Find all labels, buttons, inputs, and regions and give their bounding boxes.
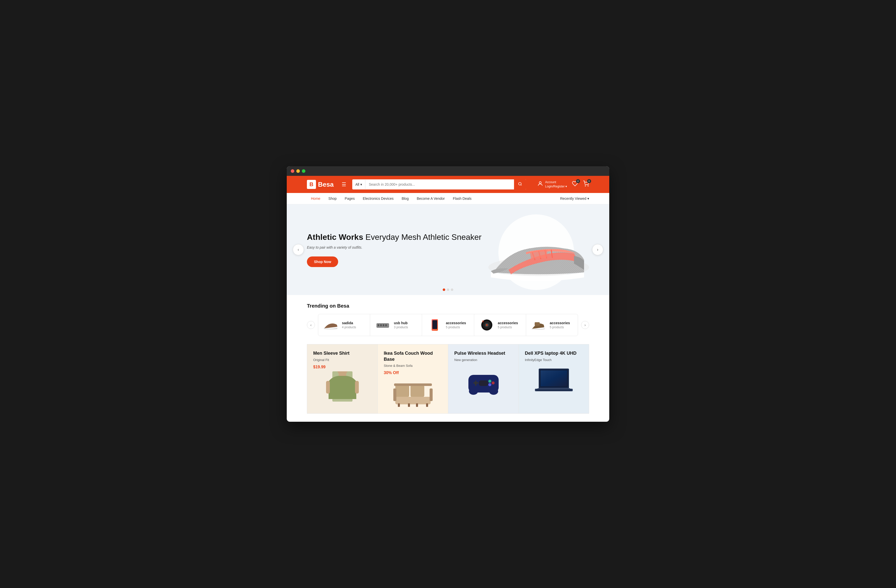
- search-input[interactable]: [365, 180, 514, 189]
- product-img-laptop: [525, 365, 583, 395]
- product-card-sofa[interactable]: Ikea Sofa Couch Wood Base Stone & Beam S…: [378, 344, 448, 414]
- trending-item-accessories-1[interactable]: accessories 5 products: [422, 314, 474, 336]
- carousel-dot-1[interactable]: [443, 288, 445, 291]
- hamburger-icon[interactable]: ☰: [342, 181, 346, 187]
- product-img-sofa: [384, 377, 442, 407]
- traffic-light-green[interactable]: [302, 169, 305, 173]
- svg-rect-12: [380, 324, 382, 326]
- trending-next-button[interactable]: ›: [581, 321, 589, 329]
- product-card-shirt[interactable]: Men Sleeve Shirt Original Fit $19.99: [307, 344, 378, 414]
- svg-rect-38: [426, 403, 428, 407]
- nav-item-electronics[interactable]: Electronics Devices: [359, 193, 398, 204]
- hero-prev-button[interactable]: ‹: [293, 244, 304, 255]
- login-register-label: Login/Register: [545, 184, 565, 189]
- product-discount-sofa: 30% Off: [384, 370, 442, 375]
- wishlist-button[interactable]: 0: [572, 181, 578, 188]
- svg-rect-47: [475, 381, 477, 386]
- svg-point-3: [585, 186, 585, 186]
- svg-rect-31: [394, 384, 432, 386]
- hero-banner: ‹ Athletic Works Everyday Mesh Athletic …: [287, 204, 609, 295]
- trending-item-accessories-3-img: [531, 319, 546, 331]
- product-card-laptop[interactable]: Dell XPS laptop 4K UHD InfinityEdge Touc…: [518, 344, 589, 414]
- product-price-shirt: $19.99: [313, 365, 372, 369]
- search-bar: All ▾: [352, 179, 526, 189]
- svg-point-0: [518, 183, 521, 185]
- search-button[interactable]: [514, 179, 526, 189]
- svg-rect-37: [416, 403, 418, 407]
- nav-item-vendor[interactable]: Become A Vendor: [413, 193, 449, 204]
- svg-rect-50: [479, 381, 488, 386]
- svg-rect-55: [536, 389, 571, 391]
- svg-rect-56: [538, 388, 570, 389]
- nav-item-flash-deals[interactable]: Flash Deals: [449, 193, 475, 204]
- svg-rect-32: [395, 397, 431, 404]
- trending-item-sadida-img: [323, 319, 338, 331]
- trending-item-sadida-count: 4 products: [342, 326, 356, 329]
- browser-chrome: [287, 166, 609, 176]
- product-img-shirt: [313, 371, 372, 402]
- nav-item-shop[interactable]: Shop: [324, 193, 341, 204]
- trending-row: ‹ sadida 4 products: [307, 314, 589, 336]
- trending-item-sadida-info: sadida 4 products: [342, 321, 356, 329]
- trending-item-usb-hub-info: usb hub 3 products: [394, 321, 408, 329]
- trending-item-usb-hub[interactable]: usb hub 3 products: [370, 314, 422, 336]
- trending-item-accessories-2[interactable]: b accessories 5 products: [474, 314, 526, 336]
- svg-text:b: b: [482, 320, 484, 323]
- logo-name: Besa: [318, 181, 334, 189]
- hero-title-rest: Everyday Mesh Athletic Sneaker: [363, 233, 482, 242]
- trending-item-accessories-1-img: [427, 319, 442, 331]
- trending-item-usb-hub-img: [375, 319, 390, 331]
- logo[interactable]: B Besa: [307, 180, 334, 189]
- trending-item-sadida[interactable]: sadida 4 products: [318, 314, 370, 336]
- svg-point-43: [492, 381, 495, 384]
- hero-brand: Athletic Works: [307, 233, 363, 242]
- logo-box: B: [307, 180, 316, 189]
- product-title-sofa: Ikea Sofa Couch Wood Base: [384, 350, 442, 362]
- hero-subtitle: Easy to pair with a variety of outfits.: [307, 245, 482, 250]
- svg-rect-33: [393, 388, 396, 401]
- hero-content: Athletic Works Everyday Mesh Athletic Sn…: [307, 232, 482, 267]
- hero-next-button[interactable]: ›: [592, 244, 603, 255]
- svg-rect-34: [430, 388, 433, 401]
- header: B Besa ☰ All ▾ Account: [287, 176, 609, 193]
- svg-rect-22: [535, 322, 540, 326]
- chevron-down-icon: ▾: [565, 184, 567, 189]
- navigation: Home Shop Pages Electronics Devices Blog…: [287, 193, 609, 204]
- chevron-down-icon: ▾: [360, 183, 362, 186]
- shop-now-button[interactable]: Shop Now: [307, 256, 338, 267]
- trending-item-accessories-2-img: b: [479, 319, 494, 331]
- cart-button[interactable]: 0: [583, 181, 589, 188]
- trending-item-accessories-2-count: 5 products: [498, 326, 518, 329]
- product-subtitle-laptop: InfinityEdge Touch: [525, 358, 583, 362]
- nav-item-pages[interactable]: Pages: [341, 193, 359, 204]
- recently-viewed-button[interactable]: Recently Viewed ▾: [560, 193, 589, 204]
- nav-item-home[interactable]: Home: [307, 193, 324, 204]
- hero-title: Athletic Works Everyday Mesh Athletic Sn…: [307, 232, 482, 242]
- product-card-headset[interactable]: Pulse Wireless Headset New generation: [448, 344, 518, 414]
- svg-point-41: [489, 388, 498, 395]
- chevron-down-icon: ▾: [587, 197, 589, 201]
- svg-rect-11: [378, 324, 379, 326]
- account-button[interactable]: Account Login/Register ▾: [537, 180, 567, 189]
- trending-item-accessories-3-count: 5 products: [550, 326, 570, 329]
- svg-rect-14: [385, 324, 387, 326]
- traffic-light-yellow[interactable]: [296, 169, 300, 173]
- svg-rect-29: [395, 385, 409, 397]
- trending-item-accessories-3[interactable]: accessories 5 products: [526, 314, 578, 336]
- carousel-dot-3[interactable]: [451, 288, 453, 291]
- trending-item-sadida-name: sadida: [342, 321, 356, 325]
- trending-item-usb-hub-count: 3 products: [394, 326, 408, 329]
- traffic-light-red[interactable]: [291, 169, 294, 173]
- product-img-headset: PS: [454, 365, 512, 395]
- svg-point-40: [469, 388, 478, 395]
- trending-item-accessories-1-info: accessories 5 products: [446, 321, 466, 329]
- carousel-dot-2[interactable]: [447, 288, 449, 291]
- product-subtitle-sofa: Stone & Beam Sofa: [384, 364, 442, 367]
- search-filter-select[interactable]: All ▾: [352, 180, 365, 189]
- nav-item-blog[interactable]: Blog: [398, 193, 413, 204]
- products-grid: Men Sleeve Shirt Original Fit $19.99: [287, 344, 609, 422]
- account-label: Account: [545, 180, 567, 184]
- cart-badge: 0: [587, 179, 591, 183]
- svg-rect-28: [355, 381, 359, 393]
- trending-prev-button[interactable]: ‹: [307, 321, 315, 329]
